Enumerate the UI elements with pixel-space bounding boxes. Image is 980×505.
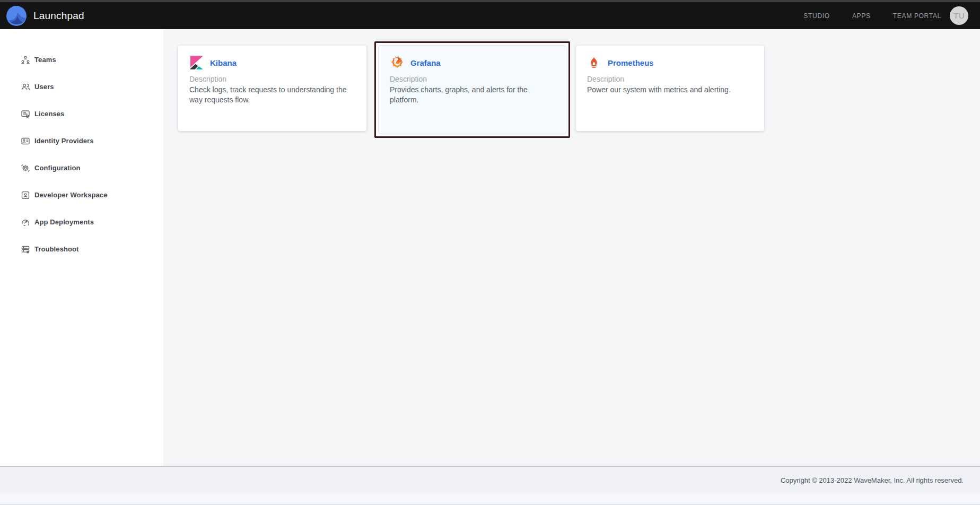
page-title: Launchpad: [33, 10, 84, 22]
sidebar-item-teams[interactable]: Teams: [0, 46, 163, 73]
troubleshoot-icon: [21, 245, 30, 254]
sidebar-item-developer-workspace[interactable]: Developer Workspace: [0, 181, 163, 208]
prometheus-logo-icon: [588, 56, 601, 70]
description-text: Power our system with metrics and alerti…: [587, 85, 753, 95]
kibana-logo-icon: [190, 56, 203, 70]
app-card-prometheus[interactable]: Prometheus Description Power our system …: [576, 46, 764, 131]
nav-apps[interactable]: APPS: [852, 12, 871, 20]
app-title-link[interactable]: Prometheus: [608, 58, 654, 67]
sidebar-item-label: Configuration: [34, 164, 81, 172]
sidebar-item-licenses[interactable]: Licenses: [0, 100, 163, 127]
sidebar-nav: Teams Users: [0, 29, 163, 466]
sidebar-item-label: App Deployments: [34, 218, 94, 226]
app-title-link[interactable]: Kibana: [210, 58, 237, 67]
nav-team-portal[interactable]: TEAM PORTAL: [893, 12, 941, 20]
highlighted-element-outline: Grafana Description Provides charts, gra…: [374, 41, 570, 138]
users-icon: [21, 82, 30, 92]
configuration-icon: [21, 163, 30, 173]
sidebar-item-identity-providers[interactable]: Identity Providers: [0, 127, 163, 154]
licenses-icon: [21, 109, 30, 119]
description-text: Provides charts, graphs, and alerts for …: [390, 85, 555, 105]
app-card-kibana[interactable]: Kibana Description Check logs, track req…: [178, 46, 366, 131]
bottom-strip: [0, 494, 980, 505]
description-label: Description: [189, 75, 355, 83]
developer-workspace-icon: [21, 190, 30, 200]
sidebar-item-label: Identity Providers: [34, 137, 94, 145]
sidebar-item-troubleshoot[interactable]: Troubleshoot: [0, 236, 163, 263]
sidebar-item-label: Troubleshoot: [34, 245, 79, 253]
sidebar-item-label: Licenses: [34, 110, 64, 118]
nav-studio[interactable]: STUDIO: [803, 12, 830, 20]
description-label: Description: [587, 75, 753, 83]
footer-bar: Copyright © 2013-2022 WaveMaker, Inc. Al…: [0, 466, 980, 494]
user-avatar[interactable]: TU: [950, 6, 968, 25]
wavemaker-logo-icon: [6, 6, 27, 26]
sidebar-item-app-deployments[interactable]: App Deployments: [0, 208, 163, 236]
description-label: Description: [390, 75, 555, 83]
identity-providers-icon: [21, 136, 30, 146]
description-text: Check logs, track requests to understand…: [189, 85, 355, 105]
sidebar-item-label: Teams: [34, 56, 56, 64]
top-header-bar: Launchpad STUDIO APPS TEAM PORTAL TU: [0, 0, 980, 29]
sidebar-item-label: Developer Workspace: [34, 191, 108, 199]
sidebar-item-configuration[interactable]: Configuration: [0, 154, 163, 181]
main-content: Kibana Description Check logs, track req…: [163, 29, 980, 466]
teams-icon: [21, 55, 30, 65]
app-deployments-icon: [21, 217, 30, 227]
copyright-text: Copyright © 2013-2022 WaveMaker, Inc. Al…: [781, 476, 964, 484]
app-title-link[interactable]: Grafana: [410, 58, 441, 67]
app-card-grafana[interactable]: Grafana Description Provides charts, gra…: [378, 45, 566, 134]
grafana-logo-icon: [391, 56, 404, 70]
sidebar-item-users[interactable]: Users: [0, 73, 163, 100]
sidebar-item-label: Users: [34, 83, 54, 91]
